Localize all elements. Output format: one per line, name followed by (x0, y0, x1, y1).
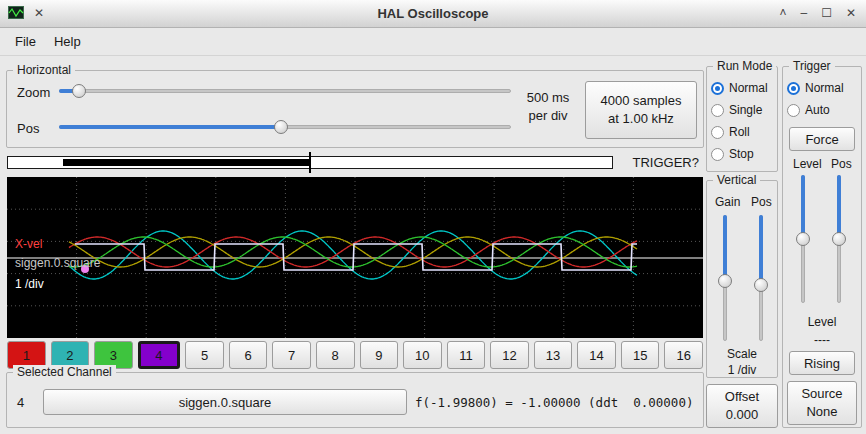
run-mode-roll[interactable]: Roll (711, 123, 750, 141)
channel-1-name-label: X-vel (15, 237, 42, 251)
vertical-pos-column-label: Pos (751, 195, 772, 209)
run-mode-normal-label: Normal (729, 81, 768, 95)
run-mode-stop-label: Stop (729, 147, 754, 161)
trigger-group: Trigger Normal Auto Force Level Pos Leve… (782, 66, 862, 428)
channel-button-5[interactable]: 5 (185, 341, 224, 369)
menu-help[interactable]: Help (45, 30, 90, 53)
pos-label: Pos (17, 121, 39, 136)
trigger-group-label: Trigger (789, 59, 835, 73)
channel-value-readout: f(-1.99800) = -1.00000 (ddt 0.00000) (415, 395, 693, 410)
trigger-auto[interactable]: Auto (787, 101, 830, 119)
trigger-level-slider[interactable] (795, 175, 811, 303)
trigger-level-value: ---- (783, 333, 861, 347)
radio-checked-icon (711, 82, 724, 95)
maximize-icon[interactable]: ☐ (821, 5, 832, 21)
offset-value: 0.000 (726, 406, 759, 424)
radio-checked-icon (787, 82, 800, 95)
scope-display[interactable]: X-vel siggen.0.square 1 /div (7, 177, 703, 338)
record-fill (63, 159, 311, 166)
zoom-slider-groove[interactable] (59, 89, 511, 93)
vertical-scale-value: 1 /div (707, 363, 777, 377)
trigger-edge-button[interactable]: Rising (789, 351, 855, 375)
run-mode-single[interactable]: Single (711, 101, 762, 119)
trigger-source-value: None (806, 403, 837, 421)
vertical-group-label: Vertical (713, 173, 760, 187)
samples-button[interactable]: 4000 samples at 1.00 kHz (585, 81, 697, 139)
menu-file[interactable]: File (6, 30, 45, 53)
vertical-gain-handle[interactable] (718, 274, 732, 288)
minimize-icon[interactable]: – (800, 5, 807, 21)
radio-icon (711, 104, 724, 117)
vertical-scale-caption: Scale (707, 347, 777, 361)
trigger-normal[interactable]: Normal (787, 79, 844, 97)
run-mode-stop[interactable]: Stop (711, 145, 754, 163)
selected-channel-group: Selected Channel 4 siggen.0.square f(-1.… (6, 372, 704, 428)
trigger-pos-slider[interactable] (831, 175, 847, 303)
scale-per-div-label: 1 /div (15, 277, 44, 291)
selected-channel-group-label: Selected Channel (13, 365, 116, 379)
channel-button-13[interactable]: 13 (534, 341, 573, 369)
trigger-auto-label: Auto (805, 103, 830, 117)
channel-button-15[interactable]: 15 (621, 341, 660, 369)
channel-button-16[interactable]: 16 (664, 341, 703, 369)
offset-label: Offset (725, 388, 759, 406)
trigger-source-button[interactable]: Source None (787, 381, 857, 425)
channel-button-4[interactable]: 4 (138, 341, 181, 369)
run-mode-group: Run Mode Normal Single Roll Stop (706, 66, 778, 172)
vertical-gain-slider[interactable] (717, 215, 733, 341)
run-mode-group-label: Run Mode (713, 59, 776, 73)
trigger-level-fill (801, 175, 805, 239)
radio-icon (787, 104, 800, 117)
window-title: HAL Oscilloscope (0, 6, 866, 21)
trigger-pos-handle[interactable] (832, 232, 846, 246)
trigger-status-label: TRIGGER? (633, 155, 699, 170)
shade-icon[interactable]: ˄ (779, 5, 786, 21)
horizontal-group-label: Horizontal (13, 63, 75, 77)
zoom-label: Zoom (17, 85, 50, 100)
titlebar[interactable]: ✕ HAL Oscilloscope ˄ – ☐ ✕ (0, 0, 866, 28)
vertical-pos-slider[interactable] (753, 215, 769, 341)
trigger-normal-label: Normal (805, 81, 844, 95)
radio-icon (711, 148, 724, 161)
time-per-div-unit: per div (515, 107, 581, 125)
hal-oscilloscope-window: ✕ HAL Oscilloscope ˄ – ☐ ✕ File Help Hor… (0, 0, 866, 434)
channel-button-14[interactable]: 14 (577, 341, 616, 369)
samples-rate: at 1.00 kHz (608, 110, 674, 128)
trigger-position-marker[interactable] (309, 152, 311, 173)
offset-button[interactable]: Offset 0.000 (706, 384, 778, 428)
close-icon[interactable]: ✕ (846, 5, 856, 21)
channel-button-8[interactable]: 8 (316, 341, 355, 369)
pos-slider-fill (59, 125, 281, 129)
channel-button-10[interactable]: 10 (403, 341, 442, 369)
channel-4-name-label: siggen.0.square (15, 256, 100, 270)
run-mode-single-label: Single (729, 103, 762, 117)
run-mode-normal[interactable]: Normal (711, 79, 768, 97)
pos-slider[interactable] (59, 118, 511, 136)
time-per-div-readout: 500 ms per div (515, 89, 581, 125)
trigger-source-label: Source (801, 385, 842, 403)
record-bar-row: TRIGGER? (7, 152, 703, 174)
channel-button-12[interactable]: 12 (490, 341, 529, 369)
zoom-slider-handle[interactable] (72, 84, 86, 98)
trigger-pos-column-label: Pos (831, 157, 852, 171)
channel-button-11[interactable]: 11 (447, 341, 486, 369)
vertical-pos-fill (759, 215, 763, 285)
channel-button-6[interactable]: 6 (229, 341, 268, 369)
vertical-pos-handle[interactable] (754, 278, 768, 292)
menubar: File Help (0, 28, 866, 56)
run-mode-roll-label: Roll (729, 125, 750, 139)
selected-channel-name-button[interactable]: siggen.0.square (43, 389, 407, 415)
samples-count: 4000 samples (601, 92, 682, 110)
channel-button-7[interactable]: 7 (272, 341, 311, 369)
radio-icon (711, 126, 724, 139)
waveform-canvas (7, 177, 703, 338)
trigger-level-handle[interactable] (796, 232, 810, 246)
selected-channel-number: 4 (17, 395, 24, 410)
force-button[interactable]: Force (789, 127, 855, 151)
zoom-slider[interactable] (59, 82, 511, 100)
pos-slider-handle[interactable] (274, 120, 288, 134)
time-per-div-value: 500 ms (515, 89, 581, 107)
trigger-pos-fill (837, 175, 841, 239)
channel-button-9[interactable]: 9 (360, 341, 399, 369)
trigger-level-column-label: Level (793, 157, 822, 171)
